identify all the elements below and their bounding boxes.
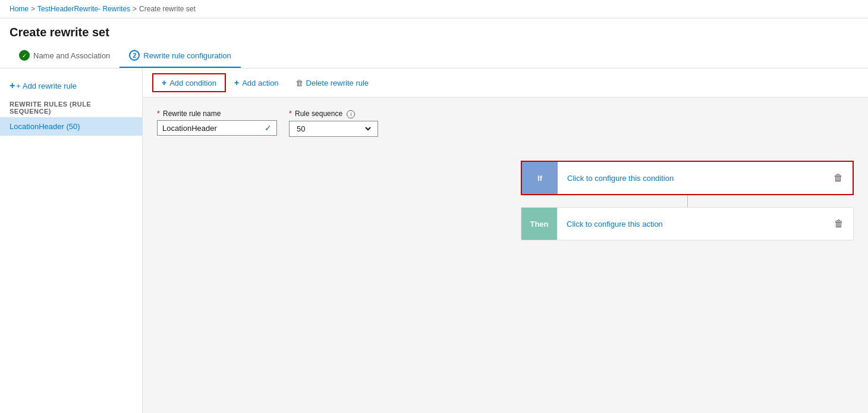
breadcrumb-sep2: > [133,5,137,13]
breadcrumb-sep1: > [31,5,35,13]
rule-name-group: * Rewrite rule name ✓ [157,109,277,136]
tab-rewrite-rule-config[interactable]: 2 Rewrite rule configuration [119,44,240,68]
add-icon: + [10,80,15,91]
if-condition-text: Click to configure this condition [558,164,824,192]
tabs-container: ✓ Name and Association 2 Rewrite rule co… [0,44,868,68]
then-action-row[interactable]: Then Click to configure this action 🗑 [521,207,854,240]
rule-name-label: * Rewrite rule name [157,109,277,118]
add-condition-icon: + [162,78,166,87]
if-condition-row[interactable]: If Click to configure this condition 🗑 [521,161,854,195]
if-condition-delete-button[interactable]: 🗑 [824,173,853,183]
add-condition-label: Add condition [169,79,216,87]
tab-number-icon: 2 [129,50,140,61]
add-rewrite-rule-button[interactable]: + + Add rewrite rule [0,76,142,96]
delete-rewrite-rule-button[interactable]: 🗑 Delete rewrite rule [287,75,378,91]
main-layout: + + Add rewrite rule REWRITE RULES (RULE… [0,68,868,413]
rule-sequence-group: * Rule sequence i 50 [289,109,378,137]
rule-name-check-icon: ✓ [265,123,272,133]
form-area: * Rewrite rule name ✓ * Rule sequence i [143,98,868,149]
add-condition-button[interactable]: + Add condition [152,73,226,92]
add-action-icon: + [234,78,239,87]
rule-sequence-select-wrapper: 50 [289,121,378,137]
rule-name-input[interactable] [162,124,262,133]
add-rewrite-rule-label: + Add rewrite rule [16,82,77,90]
sidebar: + + Add rewrite rule REWRITE RULES (RULE… [0,68,143,413]
add-action-button[interactable]: + Add action [226,74,287,91]
tab-name-association-label: Name and Association [33,51,110,60]
rule-sequence-select[interactable]: 50 [294,124,373,134]
rule-sequence-info-icon: i [347,110,355,118]
add-action-label: Add action [242,79,278,87]
condition-block: If Click to configure this condition 🗑 T… [521,161,854,240]
if-label: If [522,162,558,194]
content-area: + Add condition + Add action 🗑 Delete re… [143,68,868,413]
check-icon: ✓ [19,50,30,61]
form-row: * Rewrite rule name ✓ * Rule sequence i [157,109,854,137]
toolbar: + Add condition + Add action 🗑 Delete re… [143,68,868,98]
breadcrumb-parent[interactable]: TestHeaderRewrite- Rewrites [37,5,130,13]
rule-sequence-label: * Rule sequence i [289,109,378,118]
sidebar-item-locationheader[interactable]: LocationHeader (50) [0,117,142,136]
sidebar-section-label: REWRITE RULES (RULE SEQUENCE) [0,96,142,117]
page-title: Create rewrite set [0,18,868,44]
breadcrumb-home[interactable]: Home [10,5,29,13]
sidebar-item-label: LocationHeader (50) [10,122,80,131]
tab-name-association[interactable]: ✓ Name and Association [10,44,119,68]
delete-rule-label: Delete rewrite rule [306,79,369,87]
then-action-delete-button[interactable]: 🗑 [825,218,853,229]
then-label: Then [521,208,557,240]
breadcrumb-current: Create rewrite set [139,5,196,13]
rule-name-input-wrapper: ✓ [157,120,277,136]
tab-rewrite-rule-config-label: Rewrite rule configuration [143,51,231,60]
then-action-text: Click to configure this action [557,210,825,238]
trash-icon: 🗑 [295,79,303,87]
breadcrumb: Home > TestHeaderRewrite- Rewrites > Cre… [0,0,868,18]
rule-canvas: If Click to configure this condition 🗑 T… [143,149,868,252]
